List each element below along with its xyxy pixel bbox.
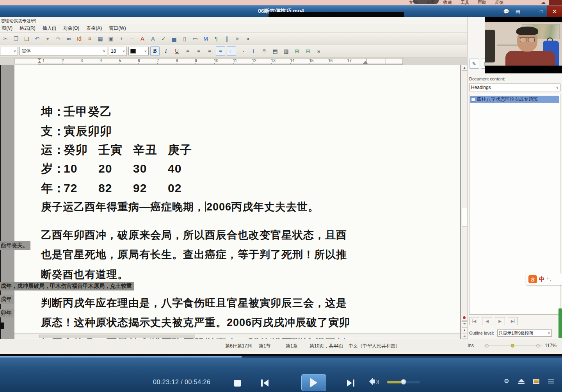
toolbar-columns-icon[interactable]: ∥ (222, 34, 231, 43)
panel-icon[interactable]: ▤ (512, 7, 524, 16)
stop-button[interactable] (229, 376, 246, 390)
background-menu-item-0[interactable]: 文件 (409, 0, 418, 5)
toolbar-bookmark-icon[interactable]: M (201, 34, 210, 43)
document-line-2[interactable]: 运：癸卯壬寅辛丑庚子 (41, 142, 203, 158)
message-icon[interactable]: 💬 (500, 7, 512, 16)
toolbar-chart-icon[interactable]: ▅ (169, 34, 179, 43)
horizontal-scrollbar[interactable] (14, 333, 460, 339)
minimize-button[interactable]: — (524, 7, 535, 16)
eject-icon[interactable] (516, 376, 527, 387)
nav-button-0[interactable]: |◀ (469, 317, 479, 325)
style-select[interactable]: ∨ (0, 47, 18, 55)
toolbar-field-code-icon[interactable]: Id (75, 34, 84, 43)
insert-0-button[interactable]: ⊞ (292, 46, 302, 56)
tab-stop-1-button[interactable]: ¬ (238, 46, 247, 56)
tab-stop-3-button[interactable]: ≞ (260, 46, 269, 56)
maximize-button[interactable]: □ (535, 7, 547, 16)
document-line-0[interactable]: 坤：壬甲癸乙 (41, 104, 98, 120)
toolbar-copy-icon[interactable]: ❐ (11, 34, 21, 43)
font-size-select[interactable]: 18 ∨ (109, 47, 127, 55)
toolbar-cut-icon[interactable]: ✂ (1, 34, 10, 43)
background-menu-item-3[interactable]: 工具 (461, 0, 469, 5)
playlist-icon[interactable] (546, 376, 557, 387)
toolbar-undo-icon[interactable]: ↶ (32, 34, 42, 43)
close-button[interactable]: ✕ (547, 5, 562, 18)
play-button[interactable] (301, 374, 326, 391)
video-frame[interactable]: 态理论实战专题班] 图(V)格式(R)插入(I)对象(O)表格(A)窗口(W) … (0, 17, 562, 371)
align-center-button[interactable]: ≡ (194, 46, 203, 56)
nav-button-2[interactable]: ▶ (495, 317, 505, 325)
right-indent-marker[interactable] (363, 61, 368, 64)
align-right-button[interactable]: ≡ (205, 46, 214, 56)
align-justify-button[interactable]: ≡ (216, 46, 225, 56)
zoom-out-button[interactable] (485, 344, 489, 347)
font-select[interactable]: 黑体 ∨ (20, 47, 107, 55)
previous-page-button[interactable]: ⇈ (462, 321, 467, 327)
toolbar-more-icon[interactable]: » (243, 34, 253, 43)
insert-mode-indicator[interactable]: Ins (468, 343, 474, 348)
background-menu-item-1[interactable]: 查看 (426, 0, 435, 5)
document-line-3[interactable]: 岁：10203040 (41, 161, 203, 177)
nav-button-3[interactable]: ▶| (508, 317, 518, 325)
font-color-select[interactable]: ∨ (128, 47, 149, 55)
toolbar-paragraph-marks-icon[interactable]: ¶ (212, 34, 221, 43)
next-button[interactable] (342, 376, 359, 390)
mute-button[interactable]: )| (370, 378, 379, 385)
document-line-8[interactable]: 断癸酉也有道理。 (41, 267, 128, 282)
sogou-logo-icon[interactable]: S (528, 275, 537, 283)
document-line-10[interactable]: 原态！这种原状态揭示丈夫被克严重。2006丙戌戌冲辰破了寅卯 (41, 315, 350, 330)
heading-checkbox[interactable] (471, 97, 475, 102)
background-menu-item-2[interactable]: 收藏 (443, 0, 452, 5)
zoom-in-button[interactable] (536, 344, 540, 347)
align-left-button[interactable]: ≡ (183, 46, 192, 56)
format-more-button[interactable]: » (314, 46, 324, 56)
toolbar-table-grid-icon[interactable]: ▦ (96, 34, 105, 43)
first-line-indent-marker[interactable] (37, 58, 41, 61)
list-1-button[interactable]: ▥ (281, 46, 291, 56)
wrench-icon[interactable]: ⚙ (501, 376, 512, 387)
underline-button[interactable]: U (172, 46, 181, 56)
toolbar-layout-box-icon[interactable]: ▭ (190, 34, 200, 43)
word-menu-item-1[interactable]: 格式(R) (20, 25, 36, 32)
toolbar-special-char-icon[interactable]: ¤ (85, 34, 94, 43)
next-page-button[interactable]: ⇊ (462, 333, 467, 339)
word-menu-item-3[interactable]: 对象(O) (63, 25, 79, 32)
tab-stop-0-button[interactable]: ∟ (227, 46, 236, 56)
bold-button[interactable]: B (150, 46, 160, 56)
horizontal-ruler[interactable]: 1234567891011121314151617 (0, 57, 467, 65)
word-menu-item-5[interactable]: 窗口(W) (109, 25, 126, 32)
toolbar-find-icon[interactable]: ∞ (64, 34, 73, 43)
document-line-9[interactable]: 判断丙戌年应在理由是，八字食伤旺且官星被寅卯辰三会，这是 (41, 296, 347, 310)
toolbar-clipboard-panel-icon[interactable]: ▯ (180, 34, 189, 43)
background-menu-item-4[interactable]: 帮助 (478, 0, 486, 5)
nav-button-1[interactable]: ◀ (482, 317, 492, 325)
volume-slider[interactable] (387, 381, 420, 383)
heading-item-0[interactable]: 四柱八字状态理论实战专题班 (470, 96, 559, 103)
previous-button[interactable] (256, 376, 273, 390)
insert-1-button[interactable]: ⊟ (303, 46, 313, 56)
ime-extra-icons[interactable]: °， (547, 276, 553, 282)
pen-tool-icon[interactable]: ✎ (469, 59, 479, 69)
tab-stop-2-button[interactable]: ⊥ (249, 46, 258, 56)
cloud-icon[interactable]: ☁ (541, 0, 546, 5)
volume-knob[interactable] (401, 379, 406, 385)
toolbar-undo-dropdown-icon[interactable]: ▾ (43, 34, 52, 43)
toolbar-font-color-icon[interactable]: A (138, 34, 147, 43)
input-method-bar[interactable]: S 中 °， (526, 273, 562, 285)
list-0-button[interactable]: ▤ (270, 46, 280, 56)
hscrollbar-thumb[interactable] (39, 335, 195, 338)
outline-level-dropdown[interactable]: 只显示1至9级段落 ∨ (497, 330, 552, 337)
vertical-scrollbar[interactable]: ▲ ▼ ⇈ ● ⇊ (461, 65, 467, 339)
toolbar-zoom-in-icon[interactable]: + (117, 34, 126, 43)
word-menu-item-4[interactable]: 表格(A) (86, 25, 102, 32)
hanging-indent-marker[interactable] (37, 61, 41, 63)
document-line-5[interactable]: 庚子运乙酉年得重病—癌症晚期，2006丙戌年丈夫去世。 (41, 200, 319, 214)
toolbar-style-box-icon[interactable]: A (148, 34, 158, 43)
scrollbar-thumb[interactable] (462, 208, 467, 226)
italic-button[interactable]: I (161, 46, 171, 56)
document-area[interactable]: 坤：壬甲癸乙支：寅辰卯卯运：癸卯壬寅辛丑庚子岁：10203040年：728292… (0, 65, 467, 339)
seek-bar[interactable] (0, 356, 562, 358)
word-menu-item-2[interactable]: 插入(I) (43, 25, 56, 32)
browse-object-button[interactable]: ● (462, 327, 467, 333)
toolbar-zoom-out-icon[interactable]: − (127, 34, 137, 43)
